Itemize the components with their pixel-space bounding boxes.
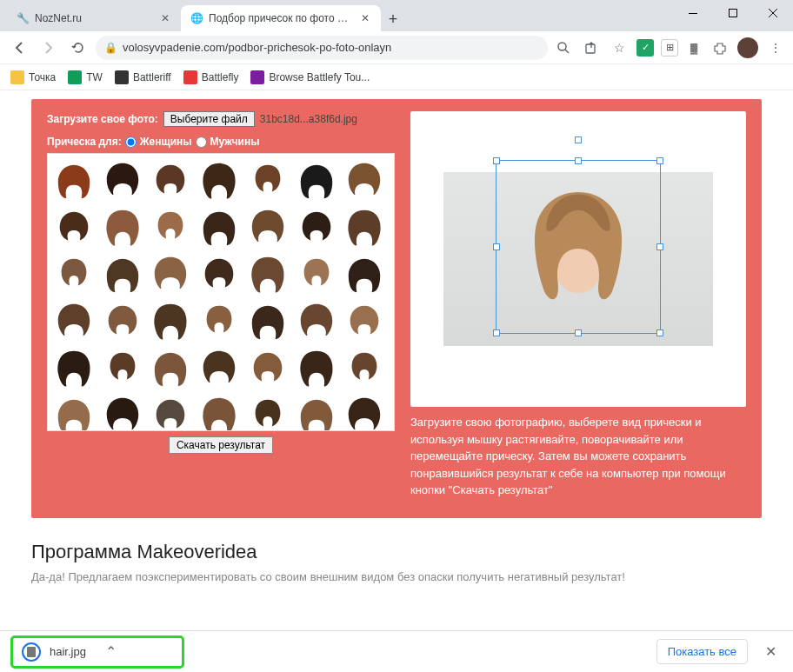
bookmark-item[interactable]: Battleriff: [115, 70, 171, 84]
hairstyle-option[interactable]: [198, 159, 240, 203]
hairstyle-option[interactable]: [247, 159, 289, 203]
profile-avatar[interactable]: [737, 37, 758, 58]
extension-icon[interactable]: ⊞: [661, 39, 678, 57]
menu-icon[interactable]: ⋮: [765, 37, 786, 58]
close-window-button[interactable]: [753, 0, 793, 26]
download-result-button[interactable]: Скачать результат: [169, 436, 273, 454]
hairstyle-option[interactable]: [296, 347, 337, 390]
hairstyle-option[interactable]: [53, 347, 95, 390]
hairstyle-option[interactable]: [53, 394, 95, 430]
resize-handle[interactable]: [656, 243, 663, 250]
hairstyle-option[interactable]: [198, 347, 240, 390]
bookmark-icon: [250, 70, 264, 84]
download-shelf: hair.jpg ⌃ Показать все ✕: [0, 630, 793, 672]
hairstyle-option[interactable]: [343, 253, 385, 296]
close-shelf-button[interactable]: ✕: [758, 640, 783, 664]
hairstyle-option[interactable]: [343, 206, 385, 250]
hairstyle-option[interactable]: [102, 159, 143, 203]
extensions-icon[interactable]: [710, 37, 730, 58]
hairstyle-option[interactable]: [296, 253, 337, 296]
hairstyle-option[interactable]: [343, 300, 385, 343]
bookmark-item[interactable]: Browse Battlefy Tou...: [250, 70, 370, 84]
share-icon[interactable]: [581, 37, 602, 58]
url-input[interactable]: 🔒 volosyvpadenie.com/podbor-prichesok-po…: [96, 36, 548, 60]
chevron-up-icon[interactable]: ⌃: [105, 643, 117, 660]
hairstyle-option[interactable]: [102, 347, 143, 390]
hairstyle-option[interactable]: [102, 206, 143, 250]
hairstyle-option[interactable]: [150, 300, 191, 343]
resize-handle[interactable]: [575, 157, 582, 164]
close-icon[interactable]: ✕: [358, 11, 372, 25]
close-icon[interactable]: ✕: [158, 11, 172, 25]
bookmark-item[interactable]: Точка: [10, 70, 56, 84]
hairstyle-option[interactable]: [150, 394, 191, 430]
forward-button[interactable]: [37, 36, 61, 60]
hairstyle-option[interactable]: [296, 300, 337, 343]
back-button[interactable]: [7, 36, 31, 60]
star-icon[interactable]: ☆: [609, 37, 630, 58]
bookmark-label: Battleriff: [133, 71, 171, 83]
selection-box[interactable]: [496, 160, 661, 334]
resize-handle[interactable]: [493, 157, 500, 164]
hairstyle-option[interactable]: [247, 394, 289, 430]
hairstyle-option[interactable]: [102, 253, 143, 296]
minimize-button[interactable]: [673, 0, 713, 26]
bookmark-label: Browse Battlefy Tou...: [269, 71, 370, 83]
hairstyle-option[interactable]: [247, 253, 289, 296]
hairstyle-option[interactable]: [150, 206, 191, 250]
hairstyle-option[interactable]: [343, 159, 385, 203]
teaser-text: Да-да! Предлагаем поэкспериментировать с…: [31, 570, 762, 583]
hairstyle-option[interactable]: [150, 159, 191, 203]
choose-file-button[interactable]: Выберите файл: [163, 111, 255, 127]
resize-handle[interactable]: [493, 329, 500, 336]
svg-rect-1: [730, 10, 737, 17]
preview-canvas[interactable]: [410, 111, 746, 407]
gender-female-radio[interactable]: [125, 136, 137, 148]
hairstyle-option[interactable]: [198, 253, 240, 296]
hairstyle-option[interactable]: [53, 253, 95, 296]
maximize-button[interactable]: [713, 0, 753, 26]
bookmark-item[interactable]: Battlefly: [183, 70, 239, 84]
hairstyle-option[interactable]: [296, 394, 337, 430]
resize-handle[interactable]: [493, 243, 500, 250]
rotate-handle[interactable]: [575, 136, 582, 143]
hairstyle-option[interactable]: [198, 206, 240, 250]
show-all-downloads-button[interactable]: Показать все: [656, 639, 748, 664]
resize-handle[interactable]: [656, 329, 663, 336]
extension-icon[interactable]: ✓: [636, 39, 654, 57]
bookmark-item[interactable]: TW: [68, 70, 103, 84]
hairstyle-option[interactable]: [247, 206, 289, 250]
globe-icon: 🌐: [190, 11, 203, 25]
hairstyle-option[interactable]: [343, 394, 385, 430]
resize-handle[interactable]: [656, 157, 663, 164]
new-tab-button[interactable]: +: [381, 7, 405, 31]
hairstyle-option[interactable]: [102, 394, 143, 430]
bookmarks-bar: ТочкаTWBattleriffBattleflyBrowse Battlef…: [0, 64, 793, 90]
file-name-label: 31bc18d...a38f6d.jpg: [260, 113, 357, 125]
hairstyle-option[interactable]: [296, 206, 337, 250]
window-controls: [673, 0, 793, 26]
hairstyle-option[interactable]: [53, 159, 95, 203]
upload-label: Загрузите свое фото:: [47, 113, 158, 125]
hairstyle-option[interactable]: [150, 253, 191, 296]
hairstyle-option[interactable]: [53, 206, 95, 250]
download-item[interactable]: hair.jpg ⌃: [10, 635, 184, 669]
hairstyle-option[interactable]: [247, 347, 289, 390]
hairstyle-option[interactable]: [150, 347, 191, 390]
resize-handle[interactable]: [575, 329, 582, 336]
gender-male-radio[interactable]: [196, 136, 207, 148]
browser-tab[interactable]: 🔧 NozNet.ru ✕: [7, 5, 181, 31]
hairstyle-option[interactable]: [198, 300, 240, 343]
reload-button[interactable]: [66, 36, 90, 60]
hairstyle-grid[interactable]: [48, 154, 394, 430]
browser-tab-active[interactable]: 🌐 Подбор причесок по фото онла ✕: [181, 5, 381, 31]
hairstyle-option[interactable]: [198, 394, 240, 430]
hairstyle-option[interactable]: [343, 347, 385, 390]
extension-icon[interactable]: ▓: [685, 39, 703, 57]
hairstyle-option[interactable]: [247, 300, 289, 343]
download-filename: hair.jpg: [50, 645, 86, 658]
hairstyle-option[interactable]: [102, 300, 143, 343]
search-icon[interactable]: [553, 37, 574, 58]
hairstyle-option[interactable]: [53, 300, 95, 343]
hairstyle-option[interactable]: [296, 159, 337, 203]
